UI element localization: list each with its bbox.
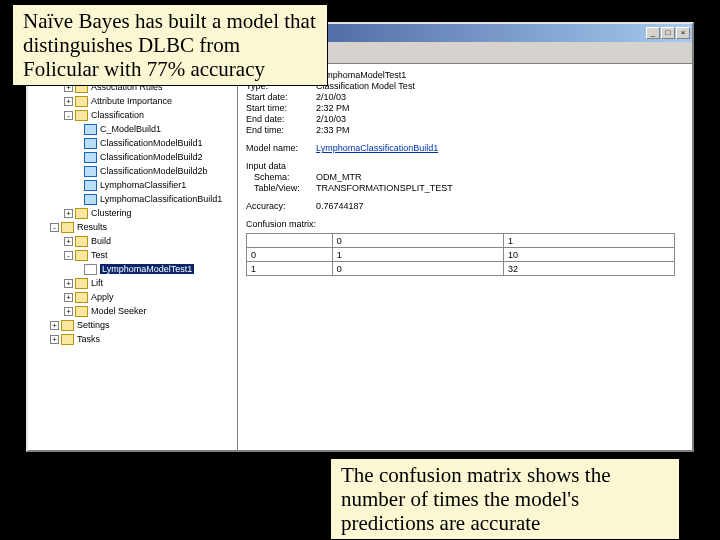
tree-label: Settings <box>77 320 110 330</box>
cm-r1c1: 1 <box>332 248 503 262</box>
tree-label: ClassificationModelBuild2 <box>100 152 203 162</box>
folder-icon <box>75 306 88 317</box>
tree-node-build[interactable]: + Build <box>32 234 235 248</box>
tree-label: Classification <box>91 110 144 120</box>
tree-node-settings[interactable]: + Settings <box>32 318 235 332</box>
tree-label: ClassificationModelBuild1 <box>100 138 203 148</box>
expand-icon[interactable]: + <box>64 237 73 246</box>
folder-icon <box>75 250 88 261</box>
tree-node-classmodelbuild1[interactable]: ClassificationModelBuild1 <box>32 136 235 150</box>
app-window: _ □ × - Models + Association Rules + Att… <box>26 22 694 452</box>
inputdata-label: Input data <box>246 161 316 171</box>
tree-label: Build <box>91 236 111 246</box>
cm-h2: 1 <box>503 234 674 248</box>
collapse-icon[interactable]: - <box>64 251 73 260</box>
tableview-value: TRANSFORMATIONSPLIT_TEST <box>316 183 453 193</box>
folder-icon <box>75 208 88 219</box>
type-value: Classification Model Test <box>316 81 415 91</box>
startdate-label: Start date: <box>246 92 316 102</box>
folder-icon <box>61 320 74 331</box>
expand-icon[interactable]: + <box>64 307 73 316</box>
collapse-icon[interactable]: - <box>50 223 59 232</box>
schema-label: Schema: <box>246 172 316 182</box>
close-button[interactable]: × <box>676 27 690 39</box>
model-icon <box>84 180 97 191</box>
folder-icon <box>61 334 74 345</box>
tree-label: Attribute Importance <box>91 96 172 106</box>
folder-icon <box>75 96 88 107</box>
cm-h1: 0 <box>332 234 503 248</box>
enddate-value: 2/10/03 <box>316 114 346 124</box>
minimize-button[interactable]: _ <box>646 27 660 39</box>
tree-node-classmodelbuild2[interactable]: ClassificationModelBuild2 <box>32 150 235 164</box>
expand-icon[interactable]: + <box>64 97 73 106</box>
cm-r1c2: 10 <box>503 248 674 262</box>
tree-label: C_ModelBuild1 <box>100 124 161 134</box>
page-icon <box>84 264 97 275</box>
expand-icon[interactable]: + <box>64 279 73 288</box>
name-value: LymphomaModelTest1 <box>316 70 406 80</box>
confusion-label: Confusion matrix: <box>246 219 316 229</box>
callout-top: Naïve Bayes has built a model that disti… <box>12 4 328 86</box>
tree-label: Lift <box>91 278 103 288</box>
maximize-button[interactable]: □ <box>661 27 675 39</box>
tree-panel[interactable]: - Models + Association Rules + Attribute… <box>28 64 238 450</box>
folder-icon <box>75 236 88 247</box>
tree-node-apply[interactable]: + Apply <box>32 290 235 304</box>
expand-icon[interactable]: + <box>64 209 73 218</box>
tree-node-clustering[interactable]: + Clustering <box>32 206 235 220</box>
cm-r2c2: 32 <box>503 262 674 276</box>
tree-label: Test <box>91 250 108 260</box>
endtime-label: End time: <box>246 125 316 135</box>
tree-node-test-selected[interactable]: LymphomaModelTest1 <box>32 262 235 276</box>
starttime-label: Start time: <box>246 103 316 113</box>
expand-icon[interactable]: + <box>50 321 59 330</box>
accuracy-value: 0.76744187 <box>316 201 364 211</box>
cm-h0 <box>247 234 333 248</box>
modelname-label: Model name: <box>246 143 316 153</box>
tree-node-test[interactable]: - Test <box>32 248 235 262</box>
confusion-matrix: 0 1 0 1 10 1 0 32 <box>246 233 675 276</box>
callout-bottom: The confusion matrix shows the number of… <box>330 458 680 540</box>
tree-label: Results <box>77 222 107 232</box>
model-icon <box>84 138 97 149</box>
expand-icon[interactable]: + <box>64 293 73 302</box>
tree-node-classification[interactable]: - Classification <box>32 108 235 122</box>
schema-value: ODM_MTR <box>316 172 362 182</box>
tree-label: Apply <box>91 292 114 302</box>
endtime-value: 2:33 PM <box>316 125 350 135</box>
tableview-label: Table/View: <box>246 183 316 193</box>
accuracy-label: Accuracy: <box>246 201 316 211</box>
tree-label: LymphomaClassificationBuild1 <box>100 194 222 204</box>
folder-icon <box>75 278 88 289</box>
details-panel: Name:LymphomaModelTest1 Type:Classificat… <box>238 64 692 450</box>
model-icon <box>84 194 97 205</box>
tree-label: Clustering <box>91 208 132 218</box>
tree-node-classmodelbuild2b[interactable]: ClassificationModelBuild2b <box>32 164 235 178</box>
collapse-icon[interactable]: - <box>64 111 73 120</box>
tree-label: LymphomaClassifier1 <box>100 180 186 190</box>
model-icon <box>84 166 97 177</box>
tree-node-results[interactable]: - Results <box>32 220 235 234</box>
startdate-value: 2/10/03 <box>316 92 346 102</box>
model-icon <box>84 124 97 135</box>
model-icon <box>84 152 97 163</box>
tree-node-c-modelbuild1[interactable]: C_ModelBuild1 <box>32 122 235 136</box>
enddate-label: End date: <box>246 114 316 124</box>
tree-node-tasks[interactable]: + Tasks <box>32 332 235 346</box>
tree-node-lymphclassbuild1[interactable]: LymphomaClassificationBuild1 <box>32 192 235 206</box>
expand-icon[interactable]: + <box>50 335 59 344</box>
cm-r2c1: 0 <box>332 262 503 276</box>
tree-label: Model Seeker <box>91 306 147 316</box>
folder-icon <box>75 292 88 303</box>
tree-node-attribute-importance[interactable]: + Attribute Importance <box>32 94 235 108</box>
app-body: - Models + Association Rules + Attribute… <box>28 64 692 450</box>
folder-icon <box>61 222 74 233</box>
cm-r1c0: 0 <box>247 248 333 262</box>
tree-label-selected: LymphomaModelTest1 <box>100 264 194 274</box>
tree-node-lift[interactable]: + Lift <box>32 276 235 290</box>
tree-node-modelseeker[interactable]: + Model Seeker <box>32 304 235 318</box>
modelname-link[interactable]: LymphomaClassificationBuild1 <box>316 143 438 153</box>
tree-node-lymphclass1[interactable]: LymphomaClassifier1 <box>32 178 235 192</box>
tree-label: Tasks <box>77 334 100 344</box>
